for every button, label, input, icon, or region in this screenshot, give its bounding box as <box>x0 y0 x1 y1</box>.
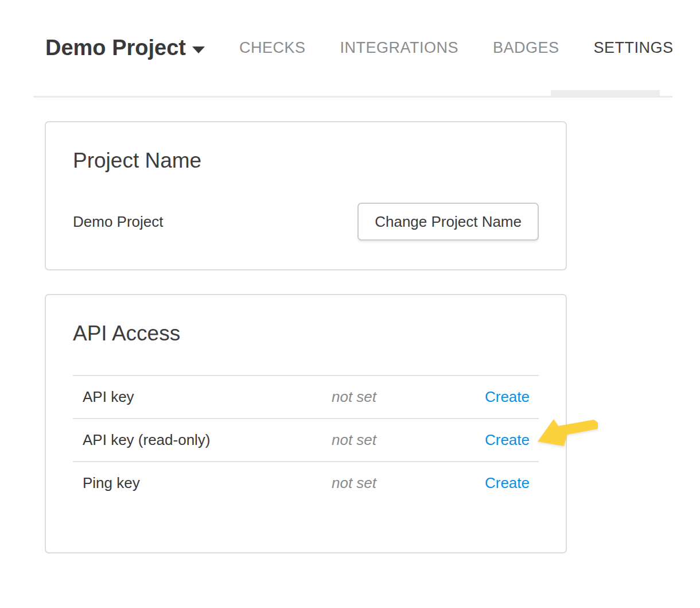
tab-settings[interactable]: SETTINGS <box>594 39 674 57</box>
table-row-ping-key: Ping key not set Create <box>73 461 539 504</box>
api-key-read-only-value: not set <box>332 431 446 449</box>
header-divider <box>33 96 672 98</box>
project-switcher-dropdown[interactable]: Demo Project <box>45 36 205 60</box>
top-navigation: Demo Project CHECKS INTEGRATIONS BADGES … <box>0 0 700 98</box>
project-name-card: Project Name Demo Project Change Project… <box>45 121 567 270</box>
ping-key-label: Ping key <box>73 474 332 492</box>
current-project-name: Demo Project <box>73 213 164 231</box>
api-access-heading: API Access <box>73 295 539 347</box>
project-title: Demo Project <box>45 36 186 60</box>
chevron-down-icon <box>192 47 205 53</box>
create-ping-key-link[interactable]: Create <box>485 474 530 491</box>
api-key-read-only-label: API key (read-only) <box>73 431 332 449</box>
table-row-api-key: API key not set Create <box>73 375 539 418</box>
create-api-key-link[interactable]: Create <box>485 388 530 405</box>
ping-key-value: not set <box>332 474 446 492</box>
table-row-api-key-read-only: API key (read-only) not set Create <box>73 418 539 461</box>
change-project-name-button[interactable]: Change Project Name <box>357 203 539 241</box>
api-key-value: not set <box>332 388 446 406</box>
project-name-heading: Project Name <box>73 122 539 174</box>
api-access-card: API Access API key not set Create API ke… <box>45 294 567 553</box>
api-keys-table: API key not set Create API key (read-onl… <box>73 375 539 504</box>
tab-integrations[interactable]: INTEGRATIONS <box>340 39 459 57</box>
tab-checks[interactable]: CHECKS <box>239 39 306 57</box>
tab-badges[interactable]: BADGES <box>493 39 559 57</box>
create-api-key-read-only-link[interactable]: Create <box>485 431 530 448</box>
api-key-label: API key <box>73 388 332 406</box>
